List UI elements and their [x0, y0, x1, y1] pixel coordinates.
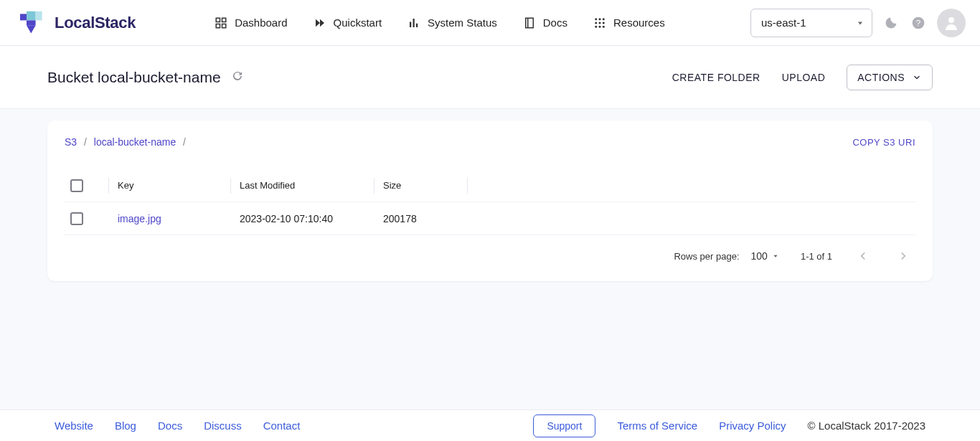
nav-quickstart-label: Quickstart	[334, 16, 382, 29]
brand-name: LocalStack	[55, 14, 136, 32]
region-select[interactable]: us-east-1	[750, 9, 872, 37]
footer-terms[interactable]: Terms of Service	[617, 419, 697, 432]
upload-button[interactable]: UPLOAD	[782, 72, 826, 83]
nav-resources-label: Resources	[613, 16, 665, 29]
refresh-button[interactable]	[231, 70, 244, 85]
footer-privacy[interactable]: Privacy Policy	[719, 419, 786, 432]
object-key-link[interactable]: image.jpg	[118, 213, 161, 224]
breadcrumb-bucket[interactable]: local-bucket-name	[94, 136, 176, 148]
user-avatar[interactable]	[937, 9, 966, 37]
svg-point-28	[948, 17, 954, 23]
svg-rect-12	[413, 19, 415, 27]
header-size: Size	[377, 180, 463, 191]
svg-marker-9	[316, 19, 320, 27]
svg-marker-10	[320, 19, 324, 27]
support-button[interactable]: Support	[533, 414, 595, 437]
page-title: Bucket local-bucket-name	[47, 69, 221, 86]
footer-blog[interactable]: Blog	[115, 419, 136, 432]
bar-chart-icon	[407, 16, 420, 29]
svg-rect-6	[222, 18, 226, 22]
breadcrumb-sep: /	[84, 136, 87, 148]
svg-rect-1	[36, 11, 42, 20]
dashboard-icon	[215, 16, 227, 29]
svg-point-20	[598, 22, 600, 24]
svg-point-17	[598, 18, 600, 20]
help-icon: ?	[911, 16, 925, 30]
region-selected: us-east-1	[761, 16, 806, 29]
svg-point-21	[603, 22, 605, 24]
caret-down-icon	[772, 252, 779, 260]
column-separator	[108, 178, 109, 194]
copy-s3-uri-button[interactable]: COPY S3 URI	[852, 137, 915, 148]
theme-toggle[interactable]	[882, 14, 900, 32]
breadcrumb: S3 / local-bucket-name /	[65, 136, 190, 148]
svg-point-24	[603, 25, 605, 27]
bucket-card: S3 / local-bucket-name / COPY S3 URI Key…	[47, 120, 933, 281]
next-page-button[interactable]	[894, 247, 913, 265]
nav-dashboard-label: Dashboard	[235, 16, 287, 29]
footer-docs[interactable]: Docs	[158, 419, 182, 432]
footer-discuss[interactable]: Discuss	[204, 419, 242, 432]
svg-marker-2	[20, 14, 27, 20]
svg-text:?: ?	[916, 18, 921, 27]
svg-marker-29	[773, 255, 777, 257]
svg-rect-5	[216, 18, 220, 22]
caret-down-icon	[856, 19, 864, 27]
nav-quickstart[interactable]: Quickstart	[314, 16, 382, 29]
nav-docs[interactable]: Docs	[523, 16, 567, 29]
svg-rect-7	[216, 24, 220, 27]
actions-menu-button[interactable]: ACTIONS	[847, 65, 933, 90]
column-separator	[230, 178, 231, 194]
chevron-left-icon	[857, 250, 870, 262]
table-header: Key Last Modified Size	[65, 169, 915, 202]
footer-contact[interactable]: Contact	[263, 419, 301, 432]
svg-marker-4	[27, 25, 36, 33]
actions-label: ACTIONS	[857, 72, 905, 83]
footer-copyright: © LocalStack 2017-2023	[808, 419, 926, 432]
grid-icon	[593, 16, 606, 29]
rows-per-page-value: 100	[751, 250, 768, 262]
moon-icon	[884, 16, 898, 30]
nav-system-status[interactable]: System Status	[407, 16, 497, 29]
pagination-range: 1-1 of 1	[801, 251, 832, 262]
header-key: Key	[112, 180, 227, 191]
svg-rect-14	[526, 18, 534, 28]
book-icon	[523, 16, 536, 29]
nav-resources[interactable]: Resources	[593, 16, 665, 29]
svg-point-19	[595, 22, 597, 24]
chevron-down-icon	[912, 72, 922, 82]
pagination: Rows per page: 100 1-1 of 1	[65, 235, 915, 274]
svg-rect-8	[222, 24, 226, 27]
localstack-logo-icon	[17, 10, 49, 36]
help-button[interactable]: ?	[910, 14, 927, 32]
create-folder-button[interactable]: CREATE FOLDER	[672, 72, 760, 83]
page-header: Bucket local-bucket-name CREATE FOLDER U…	[0, 46, 980, 109]
svg-rect-0	[27, 11, 36, 20]
select-all-checkbox[interactable]	[70, 179, 83, 192]
rows-per-page-select[interactable]: 100	[751, 250, 779, 262]
object-size: 200178	[377, 213, 463, 224]
column-separator	[467, 178, 468, 194]
table-row: image.jpg 2023-02-10 07:10:40 200178	[65, 202, 915, 235]
nav-system-status-label: System Status	[428, 16, 497, 29]
svg-point-23	[598, 25, 600, 27]
footer-website[interactable]: Website	[55, 419, 93, 432]
row-checkbox[interactable]	[70, 212, 83, 225]
prev-page-button[interactable]	[854, 247, 872, 265]
chevron-right-icon	[897, 250, 910, 262]
main-nav: Dashboard Quickstart System Status Docs …	[215, 16, 750, 29]
svg-point-16	[595, 18, 597, 20]
top-bar: LocalStack Dashboard Quickstart System S…	[0, 0, 980, 46]
brand-logo[interactable]: LocalStack	[17, 10, 136, 36]
object-last-modified: 2023-02-10 07:10:40	[234, 213, 370, 224]
svg-rect-11	[410, 22, 411, 27]
fast-forward-icon	[314, 16, 326, 29]
svg-point-18	[603, 18, 605, 20]
footer: Website Blog Docs Discuss Contact Suppor…	[0, 409, 980, 441]
breadcrumb-root[interactable]: S3	[65, 136, 77, 148]
refresh-icon	[231, 70, 244, 82]
nav-dashboard[interactable]: Dashboard	[215, 16, 287, 29]
header-last-modified: Last Modified	[234, 180, 370, 191]
svg-rect-13	[416, 23, 418, 27]
rows-per-page-label: Rows per page:	[674, 251, 739, 262]
